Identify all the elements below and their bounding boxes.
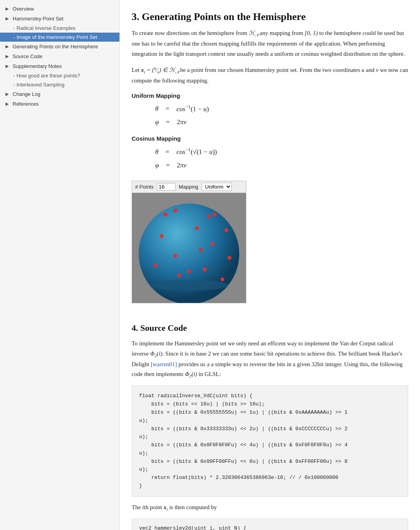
sample-point-7 [173,254,177,258]
sample-point-6 [227,256,231,260]
cosinus-mapping-label: Cosinus Mapping [132,135,408,142]
theta-symbol2: θ [155,145,158,159]
sample-point-15 [199,248,203,252]
sidebar-subitem-label: - How good are these points? [13,73,80,79]
uniform-formula2: 2πv [177,116,187,129]
sample-point-12 [163,213,167,216]
arrow-icon: ▶ [6,54,11,59]
eq-sign4: = [163,159,173,172]
math-xi: xi = (u⁄v) ∈ ℋ𝒩 [141,67,179,73]
sidebar-subitem-interleaved[interactable]: - Interleaved Sampling [0,80,119,89]
sidebar-item-overview[interactable]: ▶ Overview [0,4,119,14]
arrow-icon: ▶ [6,101,11,106]
arrow-icon: ▶ [6,64,11,69]
cosinus-formula1: cos−1(√(1 − u)) [176,145,217,159]
section3-para1: To create now directions on the hemisphe… [132,28,408,59]
math-u: u [361,67,365,73]
math-range: [0, 1) [304,30,317,36]
arrow-icon: ▶ [6,16,11,21]
hemisphere-svg [132,193,246,303]
cosinus-eq1: θ = cos−1(√(1 − u)) [155,145,217,159]
sample-point-3 [224,228,228,232]
sidebar-item-references[interactable]: ▶ References [0,99,119,109]
math-H: ℋ𝒩 [249,30,258,36]
uniform-eq1: θ = cos−1(1 − u) [155,102,209,116]
eq-sign: = [162,102,172,116]
sidebar-subitem-radical[interactable]: - Radical Inverse Examples [0,24,119,33]
sample-point-11 [220,277,224,281]
section4-heading: 4. Source Code [132,323,408,333]
sidebar-item-changelog[interactable]: ▶ Change Log [0,89,119,99]
cosinus-formula2: 2πv [177,159,187,172]
sample-point-1 [173,209,177,213]
uniform-eq2: φ = 2πv [155,116,187,129]
theta-symbol: θ [155,102,158,116]
arrow-icon: ▶ [6,44,11,49]
sample-point-13 [203,268,207,271]
arrow-icon: ▶ [6,92,11,97]
phi-symbol: φ [155,116,159,129]
math-xi2: xi [163,504,168,510]
hemisphere-widget: # Points Mapping Uniform Cosine [132,181,246,303]
sidebar-item-label: Change Log [13,91,40,97]
math-phi2i2: Φ2(i) [185,371,197,377]
section3-para2: Let xi = (u⁄v) ∈ ℋ𝒩 be a point from our … [132,64,408,86]
sidebar-item-generating[interactable]: ▶ Generating Points on the Hemisphere [0,42,119,51]
math-phi2i: Φ2(i) [150,350,162,357]
math-v: v [376,67,379,73]
math-i: i [142,504,144,510]
arrow-icon: ▶ [6,6,11,11]
phi-symbol2: φ [155,159,159,172]
code-block-2: vec2 hammersley2d(uint i, uint N) { retu… [132,519,408,530]
points-input[interactable] [157,183,176,191]
sidebar-item-label: Hammersley Point Set [13,16,63,22]
sidebar-subitem-image[interactable]: - Image of the Hammersley Point Set [0,33,119,42]
points-label: # Points [135,184,154,190]
sample-point-14 [177,273,181,277]
sidebar-subitem-howgood[interactable]: - How good are these points? [0,71,119,80]
sample-point-9 [154,264,158,268]
uniform-mapping-label: Uniform Mapping [132,92,408,99]
main-content: 3. Generating Points on the Hemisphere T… [120,0,420,530]
sidebar-item-label: Supplementary Notes [13,63,62,69]
mapping-label-widget: Mapping [179,184,198,190]
sidebar-item-label: Generating Points on the Hemisphere [13,44,98,50]
sidebar-item-supplementary[interactable]: ▶ Supplementary Notes [0,61,119,71]
sample-point-8 [195,226,199,230]
widget-toolbar: # Points Mapping Uniform Cosine [132,181,246,193]
sidebar-item-label: Overview [13,6,34,12]
sample-point-2 [207,215,211,218]
sidebar-item-hammersley[interactable]: ▶ Hammersley Point Set [0,14,119,24]
sample-point-16 [213,213,216,216]
sample-point-5 [211,242,215,246]
hemisphere-visualization [132,193,246,303]
code-block-1: float radicalInverse_VdC(uint bits) { bi… [132,385,408,497]
sidebar-item-label: Source Code [13,53,42,59]
sidebar-subitem-label: - Radical Inverse Examples [13,25,75,31]
cosinus-mapping-equations: θ = cos−1(√(1 − u)) φ = 2πv [155,145,408,172]
section3-heading: 3. Generating Points on the Hemisphere [132,11,408,23]
sidebar-subitem-label: - Image of the Hammersley Point Set [13,34,97,40]
sidebar-subitem-label: - Interleaved Sampling [13,82,64,88]
eq-sign2: = [163,116,173,129]
eq-sign3: = [162,145,172,159]
warren-ref[interactable]: [warren01] [151,361,177,367]
section4-para1: To implement the Hammersley point set we… [132,339,408,380]
mapping-select[interactable]: Uniform Cosine [202,183,232,191]
cosinus-eq2: φ = 2πv [155,159,187,172]
sample-point-10 [187,270,191,273]
sidebar: ▶ Overview ▶ Hammersley Point Set - Radi… [0,0,120,530]
sidebar-item-sourcecode[interactable]: ▶ Source Code [0,51,119,61]
sidebar-item-label: References [13,101,39,107]
uniform-mapping-equations: θ = cos−1(1 − u) φ = 2πv [155,102,408,129]
uniform-formula1: cos−1(1 − u) [176,102,209,116]
section4-para2: The ith point xi is then computed by [132,502,408,513]
sphere-bottom [150,280,228,291]
sample-point-4 [160,234,163,238]
